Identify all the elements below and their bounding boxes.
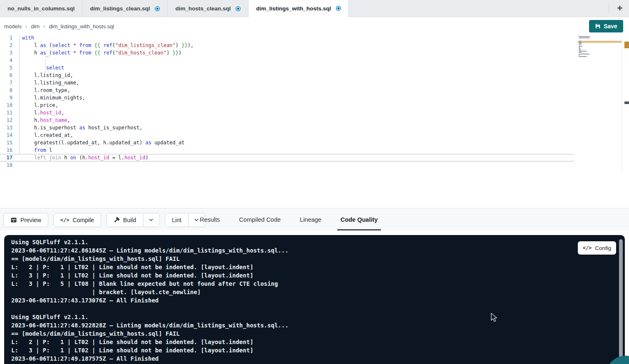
line-number: 7 <box>0 79 12 87</box>
code-line[interactable]: 14 l.created_at, <box>0 131 574 139</box>
minimap-line <box>579 36 590 37</box>
code-line[interactable]: 17 left join h on (h.host_id = l.host_id… <box>0 154 574 161</box>
minimap[interactable] <box>578 35 610 61</box>
tab-separator <box>609 3 609 14</box>
floppy-disk-icon <box>595 23 601 29</box>
code-line[interactable]: 13 h.is_superhost as host_is_superhost, <box>0 124 574 131</box>
line-number: 9 <box>0 94 12 102</box>
file-tab-dim-listings-clean[interactable]: dim_listings_clean.sql <box>82 0 168 17</box>
breadcrumb-item-dim[interactable]: dim <box>31 23 40 30</box>
line-number: 17 <box>0 154 12 161</box>
config-button[interactable]: </> Config <box>578 241 616 255</box>
line-number: 4 <box>0 57 12 64</box>
line-number: 13 <box>0 124 12 131</box>
line-number: 2 <box>0 42 12 49</box>
minimap-line <box>579 48 581 49</box>
new-tab-button[interactable]: + <box>614 2 626 14</box>
line-number: 5 <box>0 64 12 72</box>
line-number: 1 <box>0 34 12 42</box>
minimap-line <box>579 43 582 44</box>
chevron-right-icon: › <box>25 22 27 30</box>
minimap-line <box>579 40 581 41</box>
compile-button[interactable]: </> Compile <box>53 213 101 227</box>
file-tab-label: dim_listings_with_hosts.sql <box>256 5 331 12</box>
code-line[interactable]: 16 from l <box>0 146 574 154</box>
unsaved-changes-icon <box>336 6 341 11</box>
terminal-panel: Using SQLFluff v2.1.1. 2023-06-06T11:27:… <box>4 235 625 364</box>
terminal-scrollbar[interactable] <box>619 239 623 364</box>
code-line[interactable]: 3 h as (select * from {{ ref("dim_hosts_… <box>0 49 574 57</box>
line-number: 18 <box>0 161 12 169</box>
code-line[interactable]: 6 l.listing_id, <box>0 72 574 79</box>
build-dropdown-button[interactable] <box>143 213 159 227</box>
minimap-line <box>579 54 589 54</box>
file-tab-dim-hosts-clean[interactable]: dim_hosts_clean.sql <box>168 0 249 17</box>
chevron-down-icon <box>194 218 199 223</box>
new-tab-area: + <box>609 0 629 17</box>
minimap-line <box>579 56 587 57</box>
line-number: 16 <box>0 146 12 154</box>
minimap-line <box>579 51 587 52</box>
save-button[interactable]: Save <box>589 20 623 32</box>
action-toolbar: Preview </> Compile Build <box>0 208 629 230</box>
editor-tab-bar: no_nulls_in_columns.sql dim_listings_cle… <box>0 0 629 17</box>
code-line[interactable]: 9 l.minimum_nights, <box>0 94 574 102</box>
minimap-line <box>579 42 582 42</box>
minimap-line <box>579 50 581 50</box>
line-number: 6 <box>0 72 12 79</box>
file-tab-dim-listings-with-hosts[interactable]: dim_listings_with_hosts.sql <box>249 0 349 17</box>
code-line[interactable]: 11 l.host_id, <box>0 109 574 116</box>
hammer-icon <box>113 217 120 223</box>
lint-button[interactable]: Lint <box>165 213 188 227</box>
tab-results[interactable]: Results <box>200 208 220 230</box>
code-line[interactable]: 18 <box>0 161 574 169</box>
minimap-line <box>579 44 581 45</box>
action-buttons: Preview </> Compile Build <box>3 213 205 227</box>
build-button[interactable]: Build <box>107 213 143 227</box>
result-tabs: Results Compiled Code Lineage Code Quali… <box>200 208 378 230</box>
file-tab-label: dim_hosts_clean.sql <box>175 5 231 12</box>
build-split-button: Build <box>106 213 160 227</box>
minimap-line <box>578 35 579 36</box>
minimap-line <box>579 47 580 48</box>
code-line[interactable]: 8 l.room_type, <box>0 87 574 94</box>
breadcrumb: models › dim › dim_listings_with_hosts.s… <box>4 22 114 30</box>
compile-button-label: Compile <box>72 217 94 223</box>
code-icon: </> <box>60 217 70 223</box>
breadcrumb-item-models[interactable]: models <box>4 23 22 30</box>
line-number: 11 <box>0 109 12 116</box>
tab-code-quality[interactable]: Code Quality <box>341 208 378 230</box>
preview-button[interactable]: Preview <box>3 213 48 227</box>
chevron-down-icon <box>149 218 154 223</box>
code-line[interactable]: 4 <box>0 57 574 64</box>
code-line[interactable]: 2 l as (select * from {{ ref("dim_listin… <box>0 42 574 49</box>
file-tab-no-nulls[interactable]: no_nulls_in_columns.sql <box>0 0 82 17</box>
lint-warning-marker[interactable] <box>624 42 629 48</box>
code-line[interactable]: 15 greatest(l.updated_at, h.updated_at) … <box>0 139 574 146</box>
unsaved-changes-icon <box>236 6 241 11</box>
line-number: 10 <box>0 102 12 109</box>
tab-compiled-code[interactable]: Compiled Code <box>239 208 281 230</box>
breadcrumb-item-file: dim_listings_with_hosts.sql <box>49 23 114 30</box>
code-line[interactable]: 1with <box>0 34 574 42</box>
tab-lineage[interactable]: Lineage <box>300 208 321 230</box>
table-icon <box>10 217 17 223</box>
code-line[interactable]: 7 l.listing_name, <box>0 79 574 87</box>
scroll-position-marker[interactable] <box>624 102 629 104</box>
file-tab-label: no_nulls_in_columns.sql <box>7 5 75 12</box>
code-line[interactable]: 10 l.price, <box>0 102 574 109</box>
lint-split-button: Lint <box>165 213 205 227</box>
code-editor[interactable]: 1with2 l as (select * from {{ ref("dim_l… <box>0 35 629 208</box>
chevron-right-icon: › <box>43 22 45 30</box>
minimap-line <box>579 55 580 56</box>
code-line[interactable]: 12 h.host_name, <box>0 116 574 124</box>
code-line[interactable]: 5 select <box>0 64 574 72</box>
config-button-label: Config <box>595 245 611 251</box>
line-number: 14 <box>0 131 12 139</box>
line-number: 3 <box>0 49 12 57</box>
build-button-label: Build <box>123 217 136 223</box>
line-number: 15 <box>0 139 12 146</box>
save-button-label: Save <box>604 23 617 30</box>
minimap-line <box>579 46 582 47</box>
preview-button-label: Preview <box>20 217 41 223</box>
